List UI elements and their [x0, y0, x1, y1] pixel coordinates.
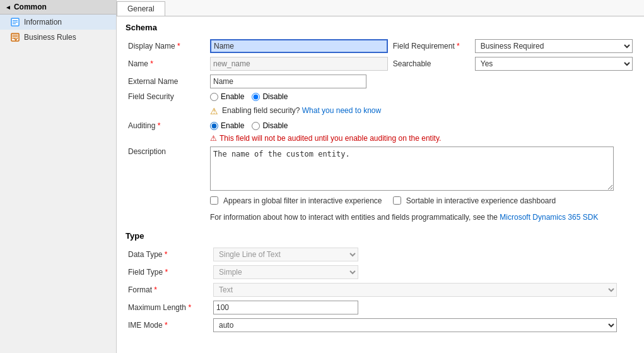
auditing-controls: Enable Disable — [208, 119, 635, 132]
description-label: Description — [126, 145, 208, 194]
field-security-disable-option[interactable]: Disable — [252, 92, 288, 101]
auditing-warning-icon: ⚠ — [210, 134, 217, 143]
description-field-cell: The name of the custom entity. — [208, 145, 635, 194]
data-type-row: Data Type * Single Line of Text — [126, 246, 635, 263]
field-security-row: Field Security Enable Disable — [126, 90, 635, 103]
ime-mode-select[interactable]: auto active inactive disabled — [213, 318, 617, 332]
appears-global-label: Appears in global filter in interactive … — [223, 196, 382, 206]
appears-global-cell: Appears in global filter in interactive … — [208, 194, 390, 208]
main-area: General Schema Display Name * Field Requ… — [117, 0, 644, 353]
svg-rect-2 — [13, 22, 18, 23]
field-security-radio-group: Enable Disable — [210, 92, 633, 101]
description-row: Description The name of the custom entit… — [126, 145, 635, 194]
format-field-cell: Text Email URL Phone — [211, 281, 635, 299]
field-security-label: Field Security — [126, 90, 208, 103]
format-label: Format * — [126, 281, 211, 299]
field-security-enable-option[interactable]: Enable — [210, 92, 244, 101]
auditing-warning: ⚠ This field will not be audited until y… — [210, 134, 633, 143]
external-name-field-cell — [208, 73, 635, 90]
svg-rect-6 — [13, 37, 18, 37]
name-input[interactable] — [210, 57, 388, 71]
field-security-link[interactable]: What you need to know — [302, 106, 381, 115]
business-rules-icon — [10, 32, 20, 42]
field-type-select[interactable]: Simple — [213, 265, 358, 279]
type-section: Type Data Type * Single Line of Text — [126, 231, 635, 334]
auditing-enable-radio[interactable] — [210, 122, 218, 130]
collapse-arrow-icon[interactable]: ◄ — [5, 4, 11, 11]
sidebar-header-label: Common — [14, 3, 47, 11]
display-name-input[interactable] — [210, 39, 388, 53]
sidebar-item-information[interactable]: Information — [0, 15, 116, 30]
sortable-checkbox[interactable] — [393, 196, 401, 205]
svg-rect-7 — [13, 38, 16, 39]
field-requirement-select[interactable]: Business Required Optional Recommended — [475, 39, 633, 53]
ime-mode-label: IME Mode * — [126, 316, 211, 334]
schema-title: Schema — [126, 23, 635, 32]
name-field-cell — [208, 55, 390, 73]
searchable-select[interactable]: Yes No — [475, 57, 633, 71]
auditing-radio-group: Enable Disable — [210, 121, 633, 130]
format-row: Format * Text Email URL Phone — [126, 281, 635, 299]
type-form: Data Type * Single Line of Text Field Ty… — [126, 246, 635, 334]
sortable-label: Sortable in interactive experience dashb… — [406, 196, 556, 206]
max-length-row: Maximum Length * — [126, 299, 635, 316]
sdk-info: For information about how to interact wi… — [210, 210, 633, 224]
field-security-warning: ⚠ Enabling field security? What you need… — [210, 105, 633, 117]
field-security-controls: Enable Disable — [208, 90, 635, 103]
name-row: Name * Searchable Yes No — [126, 55, 635, 73]
svg-rect-5 — [13, 35, 18, 35]
tab-general[interactable]: General — [117, 1, 165, 16]
sidebar-item-business-rules[interactable]: Business Rules — [0, 30, 116, 45]
auditing-row: Auditing * Enable Disable — [126, 119, 635, 132]
ime-mode-row: IME Mode * auto active inactive disabled — [126, 316, 635, 334]
type-section-title: Type — [126, 231, 635, 241]
format-select[interactable]: Text Email URL Phone — [213, 283, 617, 297]
svg-rect-3 — [13, 23, 16, 24]
data-type-field-cell: Single Line of Text — [211, 246, 635, 263]
field-type-label: Field Type * — [126, 263, 211, 281]
warning-icon: ⚠ — [210, 106, 218, 116]
field-requirement-label-cell: Field Requirement * — [390, 37, 472, 55]
auditing-enable-option[interactable]: Enable — [210, 121, 244, 130]
svg-rect-1 — [13, 20, 18, 21]
data-type-select[interactable]: Single Line of Text — [213, 248, 358, 261]
schema-form: Display Name * Field Requirement * Busin… — [126, 37, 635, 226]
information-icon — [10, 17, 20, 27]
auditing-warning-row: ⚠ This field will not be audited until y… — [126, 132, 635, 145]
display-name-row: Display Name * Field Requirement * Busin… — [126, 37, 635, 55]
field-security-disable-radio[interactable] — [252, 93, 260, 101]
auditing-disable-radio[interactable] — [252, 122, 260, 130]
display-name-label: Display Name * — [126, 37, 208, 55]
sdk-link[interactable]: Microsoft Dynamics 365 SDK — [500, 213, 598, 222]
external-name-row: External Name — [126, 73, 635, 90]
max-length-input[interactable] — [213, 301, 358, 314]
auditing-disable-option[interactable]: Disable — [252, 121, 288, 130]
auditing-label: Auditing * — [126, 119, 208, 132]
searchable-label-cell: Searchable — [390, 55, 472, 73]
sortable-cell: Sortable in interactive experience dashb… — [390, 194, 635, 208]
sdk-info-row: For information about how to interact wi… — [126, 208, 635, 226]
field-security-enable-radio[interactable] — [210, 93, 218, 101]
sidebar-item-information-label: Information — [24, 18, 62, 27]
max-length-field-cell — [211, 299, 635, 316]
sidebar: ◄ Common Information Business Rules — [0, 0, 117, 353]
max-length-label: Maximum Length * — [126, 299, 211, 316]
field-type-row: Field Type * Simple — [126, 263, 635, 281]
ime-mode-field-cell: auto active inactive disabled — [211, 316, 635, 334]
field-security-warning-row: ⚠ Enabling field security? What you need… — [126, 103, 635, 119]
sortable-checkbox-row: Sortable in interactive experience dashb… — [393, 196, 633, 206]
external-name-input[interactable] — [210, 75, 366, 88]
external-name-label: External Name — [126, 73, 208, 90]
field-type-field-cell: Simple — [211, 263, 635, 281]
data-type-label: Data Type * — [126, 246, 211, 263]
appears-global-checkbox[interactable] — [210, 196, 218, 205]
field-requirement-field-cell: Business Required Optional Recommended — [472, 37, 635, 55]
content-area: Schema Display Name * Field Requirement … — [117, 16, 644, 353]
sidebar-header: ◄ Common — [0, 0, 116, 15]
name-label: Name * — [126, 55, 208, 73]
searchable-field-cell: Yes No — [472, 55, 635, 73]
description-textarea[interactable]: The name of the custom entity. — [210, 147, 614, 191]
appears-global-checkbox-row: Appears in global filter in interactive … — [210, 196, 388, 206]
tab-bar: General — [117, 0, 644, 16]
sidebar-item-business-rules-label: Business Rules — [24, 33, 76, 42]
